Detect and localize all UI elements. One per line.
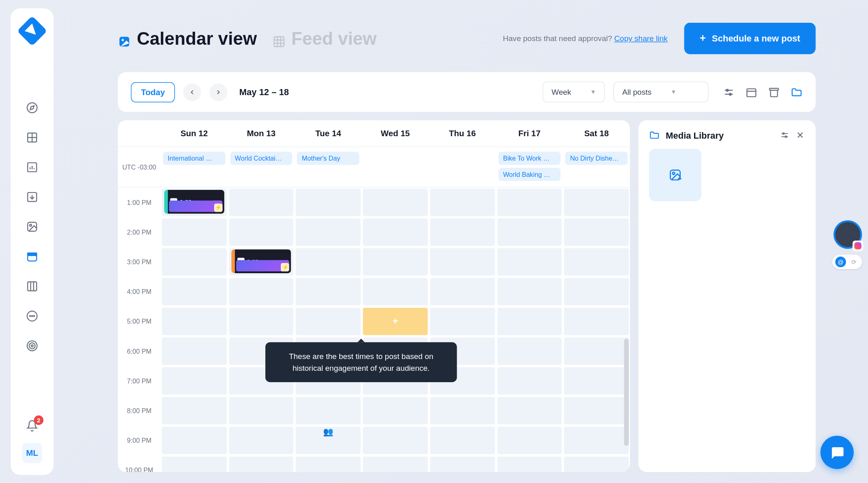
time-slot[interactable] <box>497 278 562 305</box>
time-slot[interactable] <box>229 397 293 424</box>
target-icon[interactable] <box>26 339 39 352</box>
allday-event[interactable]: International … <box>163 152 225 165</box>
time-slot[interactable]: 👥 <box>296 427 360 454</box>
user-avatar[interactable]: ML <box>22 443 42 463</box>
time-slot[interactable] <box>162 457 226 472</box>
time-slot[interactable] <box>229 189 293 216</box>
time-slot[interactable] <box>564 248 629 275</box>
calendar-icon[interactable] <box>26 250 39 263</box>
time-slot[interactable] <box>430 427 495 454</box>
time-slot[interactable] <box>363 218 427 246</box>
time-slot[interactable] <box>497 248 562 275</box>
download-icon[interactable] <box>26 190 39 203</box>
scheduled-post[interactable]: 3:00 pm•••⚡ <box>231 249 291 273</box>
today-button[interactable]: Today <box>131 82 175 102</box>
app-logo[interactable] <box>17 16 48 46</box>
time-slot[interactable] <box>430 189 495 216</box>
time-slot[interactable] <box>363 278 427 305</box>
tab-feed-view[interactable]: Feed view <box>272 28 377 49</box>
time-slot[interactable] <box>497 427 562 454</box>
time-slot[interactable] <box>564 189 629 216</box>
allday-event[interactable]: Mother's Day <box>297 152 359 165</box>
folder-icon[interactable] <box>791 86 803 98</box>
time-slot[interactable] <box>162 278 226 305</box>
next-week-button[interactable] <box>210 83 228 101</box>
time-slot[interactable] <box>430 278 495 305</box>
time-slot[interactable] <box>564 397 629 424</box>
allday-event[interactable]: World Baking … <box>498 168 560 181</box>
posts-filter-select[interactable]: All posts ▼ <box>613 82 708 102</box>
analytics-icon[interactable] <box>26 161 39 174</box>
time-slot[interactable] <box>162 248 226 275</box>
archive-icon[interactable] <box>768 86 780 98</box>
time-slot[interactable]: 1:00 pm•••⚡ <box>162 189 226 216</box>
time-slot[interactable] <box>497 397 562 424</box>
time-slot[interactable] <box>296 397 360 424</box>
calendar-small-icon[interactable] <box>745 86 757 98</box>
time-slot[interactable] <box>497 457 562 472</box>
allday-event[interactable]: No Dirty Dishe… <box>565 152 627 165</box>
time-slot[interactable] <box>296 278 360 305</box>
view-range-select[interactable]: Week ▼ <box>542 82 605 102</box>
compass-icon[interactable] <box>26 101 39 114</box>
time-slot[interactable] <box>497 337 562 365</box>
copy-share-link[interactable]: Copy share link <box>614 34 668 43</box>
sliders-icon[interactable] <box>780 131 789 140</box>
image-icon[interactable] <box>26 220 39 233</box>
time-slot[interactable] <box>229 308 293 335</box>
time-slot[interactable] <box>229 427 293 454</box>
time-slot[interactable] <box>497 367 562 394</box>
time-slot[interactable] <box>564 457 629 472</box>
close-icon[interactable] <box>795 131 805 140</box>
time-slot[interactable] <box>296 248 360 275</box>
time-slot[interactable] <box>363 457 427 472</box>
time-slot[interactable] <box>162 367 226 394</box>
time-slot[interactable] <box>564 427 629 454</box>
time-slot[interactable] <box>497 189 562 216</box>
allday-event[interactable]: Bike To Work … <box>498 152 560 165</box>
columns-icon[interactable] <box>26 280 39 293</box>
tab-calendar-view[interactable]: Calendar view <box>118 28 257 49</box>
account-pills[interactable]: @ ⟳ <box>832 255 862 269</box>
time-slot[interactable] <box>363 397 427 424</box>
time-slot[interactable] <box>162 308 226 335</box>
time-slot[interactable] <box>363 427 427 454</box>
time-slot[interactable] <box>363 189 427 216</box>
notifications-button[interactable]: 2 <box>26 419 39 432</box>
time-slot[interactable] <box>564 278 629 305</box>
time-slot[interactable] <box>430 397 495 424</box>
sliders-icon[interactable] <box>723 86 735 98</box>
time-slot[interactable] <box>564 337 629 365</box>
time-slot[interactable] <box>296 189 360 216</box>
time-slot[interactable] <box>430 218 495 246</box>
allday-event[interactable]: World Cocktai… <box>230 152 292 165</box>
time-slot[interactable] <box>162 427 226 454</box>
time-slot[interactable]: 3:00 pm•••⚡ <box>229 248 293 275</box>
chat-button[interactable] <box>820 436 854 469</box>
upload-media-tile[interactable] <box>649 149 701 201</box>
time-slot[interactable] <box>564 308 629 335</box>
time-slot[interactable] <box>162 397 226 424</box>
time-slot[interactable] <box>162 218 226 246</box>
time-slot[interactable] <box>229 278 293 305</box>
message-icon[interactable] <box>26 309 39 322</box>
time-slot[interactable] <box>229 457 293 472</box>
time-slot[interactable] <box>162 337 226 365</box>
best-time-slot[interactable]: + <box>363 308 427 335</box>
time-slot[interactable] <box>296 457 360 472</box>
time-slot[interactable] <box>229 218 293 246</box>
time-slot[interactable] <box>564 367 629 394</box>
time-slot[interactable] <box>497 218 562 246</box>
time-slot[interactable] <box>296 308 360 335</box>
time-slot[interactable] <box>497 308 562 335</box>
time-slot[interactable] <box>430 248 495 275</box>
time-slot[interactable] <box>363 248 427 275</box>
schedule-post-button[interactable]: + Schedule a new post <box>684 23 816 54</box>
time-slot[interactable] <box>430 457 495 472</box>
time-slot[interactable] <box>296 218 360 246</box>
layout-icon[interactable] <box>26 131 39 144</box>
time-slot[interactable] <box>430 308 495 335</box>
time-slot[interactable] <box>564 218 629 246</box>
scheduled-post[interactable]: 1:00 pm•••⚡ <box>164 190 224 214</box>
prev-week-button[interactable] <box>183 83 201 101</box>
